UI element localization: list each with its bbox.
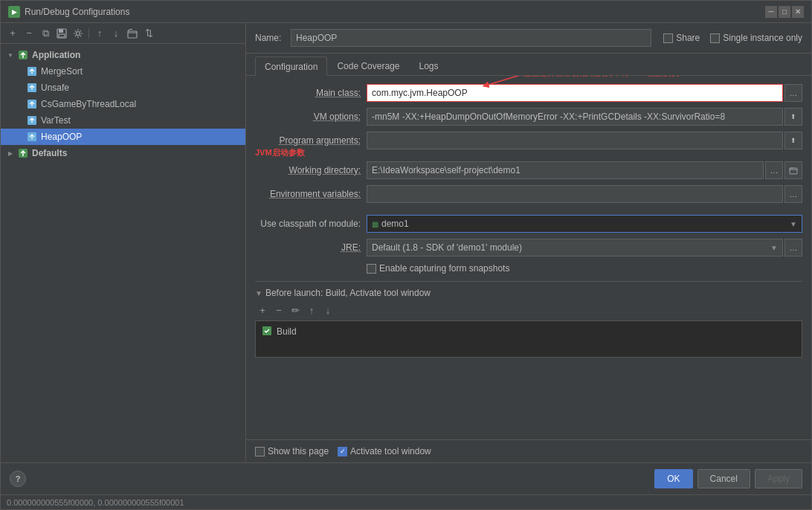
main-class-annotation: 这里选择自己要启动的类，有main函数的类 <box>523 76 680 79</box>
jre-select[interactable]: Default (1.8 - SDK of 'demo1' module) ▼ <box>367 239 783 256</box>
right-panel: Name: Share Single instance only <box>246 23 811 462</box>
bl-remove-button[interactable]: − <box>271 303 286 317</box>
bl-edit-button[interactable]: ✏ <box>288 303 303 317</box>
expand-arrow-application: ▼ <box>7 51 14 59</box>
single-instance-label: Single instance only <box>723 33 802 43</box>
main-class-label[interactable]: Main class: <box>255 88 367 98</box>
env-vars-browse-button[interactable]: … <box>784 185 802 203</box>
toolbar-separator-1 <box>88 28 89 39</box>
move-down-button[interactable]: ↓ <box>109 26 123 41</box>
working-dir-browse-button[interactable]: … <box>765 161 783 179</box>
tree-group-defaults[interactable]: ▶ Defaults <box>1 145 245 161</box>
jre-label[interactable]: JRE: <box>255 242 367 253</box>
jre-arrow: ▼ <box>770 244 778 252</box>
vm-options-expand-button[interactable]: ⬆ <box>784 108 802 126</box>
build-label: Build <box>277 326 297 337</box>
bl-up-button[interactable]: ↑ <box>304 303 319 317</box>
move-up-button[interactable]: ↑ <box>92 26 107 41</box>
program-args-label[interactable]: Program arguments: <box>255 135 367 146</box>
svg-rect-2 <box>59 34 65 37</box>
config-icon-vartest <box>26 114 38 126</box>
share-label: Share <box>676 33 700 43</box>
settings-config-button[interactable] <box>71 26 86 41</box>
cancel-button[interactable]: Cancel <box>697 469 750 488</box>
show-this-page-wrapper[interactable]: Show this page <box>255 446 329 456</box>
ok-button[interactable]: OK <box>654 469 692 488</box>
remove-config-button[interactable]: − <box>22 26 36 41</box>
single-instance-checkbox-wrapper[interactable]: Single instance only <box>710 33 802 43</box>
snapshots-checkbox[interactable] <box>367 264 376 274</box>
help-button[interactable]: ? <box>10 471 26 487</box>
tree-item-csgamebythreadlocal[interactable]: CsGameByThreadLocal <box>1 96 245 112</box>
tab-logs[interactable]: Logs <box>409 56 448 75</box>
tree-item-mergesort[interactable]: MergeSort <box>1 63 245 80</box>
name-label: Name: <box>255 33 285 43</box>
working-dir-label[interactable]: Working directory: <box>255 165 367 175</box>
dialog-icon: ▶ <box>8 6 20 18</box>
share-area: Share Single instance only <box>663 33 802 43</box>
program-args-annotation: JVM启动参数 <box>255 147 305 158</box>
vm-options-input[interactable] <box>367 108 783 126</box>
move-to-group-button[interactable] <box>125 26 140 41</box>
tree-item-vartest[interactable]: VarTest <box>1 112 245 129</box>
env-vars-row: Environment variables: … <box>255 184 802 204</box>
show-this-page-checkbox[interactable] <box>255 447 265 456</box>
classpath-value: demo1 <box>381 219 409 229</box>
program-args-row: Program arguments: JVM启动参数 ⬆ <box>255 131 802 150</box>
build-item: Build <box>259 324 799 339</box>
snapshots-checkbox-wrapper[interactable]: Enable capturing form snapshots <box>367 263 509 274</box>
heapoop-label: HeapOOP <box>41 132 82 142</box>
configurations-tree: ▼ Application <box>1 44 245 462</box>
jre-value: Default (1.8 - SDK of 'demo1' module) <box>372 242 522 253</box>
tree-item-heapoop[interactable]: HeapOOP <box>1 129 245 145</box>
apply-button[interactable]: Apply <box>755 469 802 488</box>
classpath-select[interactable]: ▦ demo1 ▼ <box>367 215 802 233</box>
sort-button[interactable]: ⇅ <box>141 26 156 41</box>
classpath-row: Use classpath of module: ▦ demo1 ▼ <box>255 214 802 233</box>
share-checkbox[interactable] <box>663 33 673 43</box>
working-dir-input[interactable] <box>367 161 764 179</box>
svg-point-3 <box>77 31 80 35</box>
share-checkbox-wrapper[interactable]: Share <box>663 33 700 43</box>
status-bar: 0.000000000555f00000, 0.000000000555f000… <box>1 494 811 509</box>
program-args-input[interactable] <box>367 132 783 149</box>
tab-code-coverage[interactable]: Code Coverage <box>327 56 409 75</box>
single-instance-checkbox[interactable] <box>710 33 720 43</box>
bl-add-button[interactable]: + <box>255 303 270 317</box>
bl-down-button[interactable]: ↓ <box>320 303 335 317</box>
tree-item-unsafe[interactable]: Unsafe <box>1 80 245 96</box>
working-dir-folder-button[interactable] <box>784 161 802 179</box>
dialog-footer: ? OK Cancel Apply <box>1 462 811 494</box>
before-launch-arrow: ▼ <box>255 289 262 297</box>
before-launch-header[interactable]: ▼ Before launch: Build, Activate tool wi… <box>255 288 802 298</box>
classpath-select-inner: ▦ demo1 <box>372 219 409 229</box>
vm-options-label[interactable]: VM options: <box>255 112 367 122</box>
add-config-button[interactable]: + <box>5 26 20 41</box>
activate-tool-wrapper[interactable]: ✓ Activate tool window <box>338 446 431 456</box>
activate-tool-checkbox[interactable]: ✓ <box>338 447 347 456</box>
minimize-button[interactable]: ─ <box>765 6 777 18</box>
save-config-button[interactable] <box>54 26 69 41</box>
name-input[interactable] <box>291 29 651 47</box>
config-panel: Main class: 这里选择自己要启动的类，有main函数的类 <box>246 76 811 439</box>
activate-tool-label: Activate tool window <box>350 446 431 456</box>
maximize-button[interactable]: □ <box>779 6 790 18</box>
jre-browse-button[interactable]: … <box>784 239 802 256</box>
vartest-label: VarTest <box>41 115 71 126</box>
build-icon <box>262 326 272 338</box>
close-button[interactable]: ✕ <box>792 6 804 18</box>
copy-config-button[interactable]: ⧉ <box>38 26 53 41</box>
env-vars-label[interactable]: Environment variables: <box>255 189 367 199</box>
main-class-browse-button[interactable]: … <box>784 84 802 102</box>
mergesort-label: MergeSort <box>41 66 83 77</box>
main-class-input[interactable] <box>367 84 783 102</box>
tab-configuration[interactable]: Configuration <box>255 57 327 76</box>
before-launch-toolbar: + − ✏ ↑ ↓ <box>255 303 802 317</box>
env-vars-input[interactable] <box>367 185 783 203</box>
tree-group-application[interactable]: ▼ Application <box>1 47 245 63</box>
working-dir-row: Working directory: … <box>255 161 802 180</box>
csgame-label: CsGameByThreadLocal <box>41 99 136 109</box>
main-content: + − ⧉ ↑ <box>1 23 811 462</box>
program-args-expand-button[interactable]: ⬆ <box>784 132 802 149</box>
module-icon: ▦ <box>372 220 378 228</box>
